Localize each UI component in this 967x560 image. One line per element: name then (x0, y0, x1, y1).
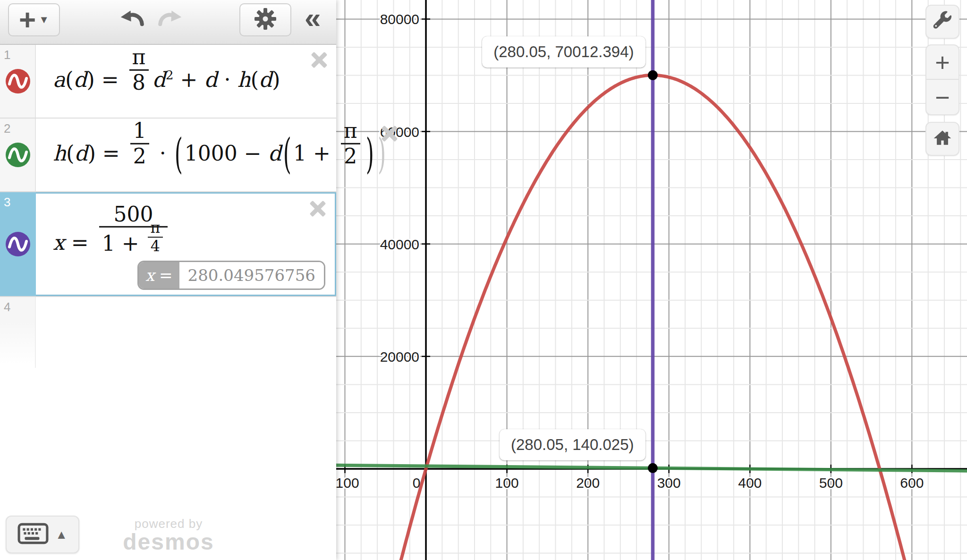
close-icon[interactable] (311, 51, 328, 68)
svg-text:-100: -100 (336, 475, 359, 491)
svg-text:500: 500 (819, 475, 843, 491)
svg-text:20000: 20000 (380, 349, 419, 365)
expression-content[interactable]: x = 5001 + π4 x = 280.049576756 (36, 192, 336, 296)
double-chevron-left-icon: « (305, 1, 321, 34)
svg-text:40000: 40000 (380, 237, 419, 252)
row-index: 2 (4, 121, 10, 136)
expression-row-4-empty[interactable]: 4 (0, 297, 336, 368)
svg-text:400: 400 (738, 475, 762, 491)
expression-math[interactable]: a(d) = π8d2 + d · h(d) (53, 57, 280, 106)
redo-button[interactable] (156, 8, 184, 33)
point-label: (280.05, 70012.394) (482, 36, 645, 68)
sine-wave-icon-green[interactable] (5, 142, 31, 168)
undo-button[interactable] (118, 8, 146, 33)
minus-icon: − (935, 83, 950, 112)
plus-icon: + (935, 48, 950, 77)
expression-row-2[interactable]: 2 h(d) = 12 · (1000 − d(1 + π2)) (0, 119, 336, 192)
redo-icon (156, 8, 184, 31)
svg-text:300: 300 (657, 475, 681, 491)
value-chip-label: x = (139, 262, 179, 288)
expression-math[interactable]: h(d) = 12 · (1000 − d(1 + π2)) (53, 130, 388, 179)
expression-gutter: 2 (0, 119, 36, 191)
row-index: 4 (4, 300, 10, 314)
expression-panel: + ▼ (0, 0, 336, 560)
expression-gutter: 3 (0, 192, 36, 296)
row-index: 1 (4, 48, 10, 62)
svg-text:600: 600 (900, 475, 924, 491)
desmos-logo: desmos (110, 531, 228, 553)
close-icon[interactable] (309, 200, 326, 217)
expression-gutter: 1 (0, 45, 36, 118)
expression-content[interactable]: a(d) = π8d2 + d · h(d) (36, 45, 336, 118)
graph-canvas[interactable]: -100010020030040050060020000400006000080… (336, 0, 967, 560)
collapse-panel-button[interactable]: « (305, 1, 321, 34)
expression-row-1[interactable]: 1 a(d) = π8d2 + d · h(d) (0, 45, 336, 119)
desmos-watermark: powered by desmos (110, 517, 228, 553)
zoom-out-button[interactable]: − (926, 80, 959, 114)
undo-icon (118, 8, 146, 31)
wrench-icon (933, 11, 952, 33)
triangle-up-icon: ▲ (55, 527, 68, 542)
add-expression-button[interactable]: + ▼ (8, 3, 60, 36)
expression-gutter: 4 (0, 297, 36, 368)
zoom-controls: + − (925, 44, 959, 115)
desmos-app: -100010020030040050060020000400006000080… (0, 0, 967, 560)
graph-options-button[interactable] (239, 3, 291, 36)
sine-wave-icon-red[interactable] (5, 68, 31, 94)
graph-area[interactable]: -100010020030040050060020000400006000080… (336, 0, 967, 560)
default-viewport-button[interactable] (925, 122, 959, 156)
zoom-in-button[interactable]: + (926, 45, 959, 80)
expression-content[interactable] (36, 297, 336, 368)
show-keyboard-button[interactable]: ▲ (6, 516, 79, 553)
gear-icon (254, 8, 277, 32)
point-label: (280.05, 140.025) (500, 429, 645, 460)
expression-content[interactable]: h(d) = 12 · (1000 − d(1 + π2)) (36, 119, 407, 191)
row-index: 3 (4, 195, 10, 210)
keyboard-icon (17, 523, 49, 546)
home-icon (932, 127, 953, 150)
close-icon[interactable] (381, 125, 398, 142)
plus-icon: + (19, 5, 36, 34)
evaluated-value-chip: x = 280.049576756 (137, 261, 325, 290)
expression-toolbar: + ▼ (0, 0, 336, 45)
svg-text:80000: 80000 (380, 11, 419, 27)
svg-text:200: 200 (576, 475, 600, 491)
chevron-down-icon: ▼ (39, 14, 49, 26)
sine-wave-icon-purple[interactable] (5, 231, 31, 257)
value-chip-value: 280.049576756 (179, 262, 324, 288)
expression-row-3-selected[interactable]: 3 x = 5001 + π4 x = 280.049576756 (0, 192, 336, 297)
graph-settings-button[interactable] (925, 5, 959, 39)
svg-text:100: 100 (495, 475, 519, 491)
